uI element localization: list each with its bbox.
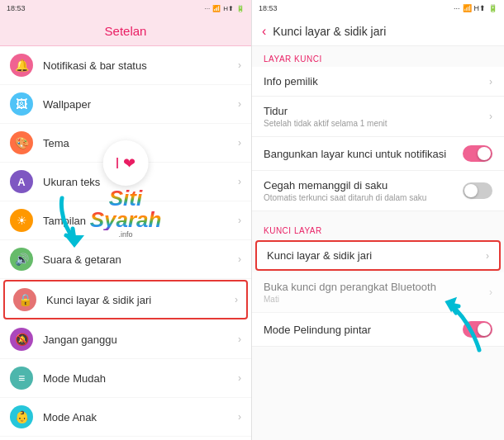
tidur-content: Tidur Setelah tidak aktif selama 1 menit [264, 105, 489, 128]
right-item-buka-bluetooth[interactable]: Buka kunci dgn perangkat Bluetooth Mati … [252, 272, 504, 313]
bangunkan-content: Bangunkan layar kunci untuk notifikasi [264, 148, 463, 160]
right-panel: 18:53 ··· 📶 H⬆ 🔋 ‹ Kunci layar & sidik j… [252, 0, 504, 440]
mode-pelindung-toggle-knob [478, 323, 491, 336]
wallpaper-chevron: › [238, 98, 241, 110]
cegah-toggle-knob [464, 184, 478, 197]
bangunkan-toggle[interactable] [463, 145, 492, 162]
section1-header: LAYAR KUNCI [252, 46, 504, 67]
buka-bluetooth-title: Buka kunci dgn perangkat Bluetooth [264, 281, 489, 293]
jangan-label: Jangan ganggu [43, 334, 238, 346]
kunci-label: Kunci layar & sidik jari [46, 294, 235, 306]
mode-pelindung-content: Mode Pelindung pintar [264, 324, 463, 336]
mode-pelindung-toggle[interactable] [463, 321, 492, 338]
tampilan-label: Tampilan [43, 215, 238, 227]
left-panel: 18:53 ··· 📶 H⬆ 🔋 Setelan 🔔 Notifikasi & … [0, 0, 252, 440]
right-item-tidur[interactable]: Tidur Setelah tidak aktif selama 1 menit… [252, 97, 504, 137]
wallpaper-label: Wallpaper [43, 98, 238, 111]
tidur-sub: Setelah tidak aktif selama 1 menit [264, 119, 489, 128]
left-status-time: 18:53 [7, 4, 26, 12]
jangan-icon: 🔕 [10, 328, 33, 351]
tampilan-chevron: › [238, 215, 241, 226]
left-header: Setelan [0, 17, 251, 46]
kunci-layar-content: Kunci layar & sidik jari [267, 249, 486, 262]
spacer1 [252, 211, 504, 218]
right-item-cegah[interactable]: Cegah memanggil di saku Otomatis terkunc… [252, 171, 504, 211]
buka-bluetooth-chevron: › [489, 286, 492, 298]
notifikasi-chevron: › [238, 59, 241, 71]
cegah-toggle[interactable] [463, 182, 492, 199]
left-status-icons: ··· 📶 H⬆ 🔋 [205, 5, 245, 12]
mode-anak-label: Mode Anak [43, 411, 238, 423]
tema-label: Tema [43, 137, 238, 149]
tidur-chevron: › [489, 111, 492, 122]
ukuran-label: Ukuran teks [43, 176, 238, 188]
mode-mudah-label: Mode Mudah [43, 372, 238, 385]
info-pemilik-chevron: › [489, 76, 492, 88]
right-item-info-pemilik[interactable]: Info pemilik › [252, 67, 504, 97]
suara-label: Suara & getaran [43, 253, 238, 266]
mode-anak-chevron: › [238, 411, 241, 423]
settings-item-suara[interactable]: 🔊 Suara & getaran › [0, 240, 251, 279]
ukuran-icon: A [10, 170, 33, 193]
mode-mudah-chevron: › [238, 372, 241, 384]
settings-item-kunci[interactable]: 🔒 Kunci layar & sidik jari › [3, 280, 248, 319]
wallpaper-icon: 🖼 [10, 92, 33, 116]
bangunkan-toggle-knob [478, 147, 491, 160]
buka-bluetooth-sub: Mati [264, 295, 489, 304]
notifikasi-icon: 🔔 [10, 54, 33, 77]
info-pemilik-content: Info pemilik [264, 75, 489, 88]
section2-header: KUNCI LAYAR [252, 218, 504, 239]
right-item-bangunkan[interactable]: Bangunkan layar kunci untuk notifikasi [252, 137, 504, 171]
info-pemilik-title: Info pemilik [264, 75, 489, 88]
kunci-chevron: › [235, 294, 238, 305]
right-item-mode-pelindung[interactable]: Mode Pelindung pintar [252, 313, 504, 347]
left-header-title: Setelan [105, 24, 147, 38]
ukuran-chevron: › [238, 176, 241, 187]
mode-mudah-icon: ≡ [10, 367, 33, 390]
buka-bluetooth-content: Buka kunci dgn perangkat Bluetooth Mati [264, 281, 489, 304]
kunci-layar-title: Kunci layar & sidik jari [267, 249, 486, 262]
suara-chevron: › [238, 253, 241, 265]
settings-item-wallpaper[interactable]: 🖼 Wallpaper › [0, 85, 251, 124]
kunci-icon: 🔒 [13, 288, 36, 311]
cegah-title: Cegah memanggil di saku [264, 179, 463, 192]
settings-item-jangan[interactable]: 🔕 Jangan ganggu › [0, 320, 251, 359]
settings-list: 🔔 Notifikasi & bar status › 🖼 Wallpaper … [0, 46, 251, 440]
settings-item-mode-anak[interactable]: 👶 Mode Anak › [0, 398, 251, 437]
settings-item-tambahan[interactable]: ⚙ Setelan tambahan › [0, 437, 251, 440]
tidur-title: Tidur [264, 105, 489, 117]
settings-item-tampilan[interactable]: ☀ Tampilan › [0, 201, 251, 240]
tampilan-icon: ☀ [10, 209, 33, 232]
tema-chevron: › [238, 137, 241, 149]
settings-item-notifikasi[interactable]: 🔔 Notifikasi & bar status › [0, 46, 251, 85]
back-arrow-icon[interactable]: ‹ [262, 24, 266, 39]
bangunkan-title: Bangunkan layar kunci untuk notifikasi [264, 148, 463, 160]
jangan-chevron: › [238, 334, 241, 345]
cegah-sub: Otomatis terkunci saat ditaruh di dalam … [264, 193, 463, 202]
settings-item-tema[interactable]: 🎨 Tema › [0, 124, 251, 163]
right-header-title: Kunci layar & sidik jari [273, 25, 386, 38]
mode-anak-icon: 👶 [10, 405, 33, 428]
right-status-icons: ··· 📶 H⬆ 🔋 [454, 4, 497, 12]
right-status-bar: 18:53 ··· 📶 H⬆ 🔋 [252, 0, 504, 17]
settings-item-ukuran[interactable]: A Ukuran teks › [0, 163, 251, 201]
cegah-content: Cegah memanggil di saku Otomatis terkunc… [264, 179, 463, 202]
left-status-bar: 18:53 ··· 📶 H⬆ 🔋 [0, 0, 251, 17]
right-status-time: 18:53 [259, 4, 278, 12]
suara-icon: 🔊 [10, 248, 33, 271]
right-header: ‹ Kunci layar & sidik jari [252, 17, 504, 46]
tema-icon: 🎨 [10, 131, 33, 154]
mode-pelindung-title: Mode Pelindung pintar [264, 324, 463, 336]
notifikasi-label: Notifikasi & bar status [43, 59, 238, 72]
settings-item-mode-mudah[interactable]: ≡ Mode Mudah › [0, 359, 251, 398]
right-item-kunci-layar[interactable]: Kunci layar & sidik jari › [255, 240, 501, 271]
kunci-layar-chevron: › [486, 250, 489, 262]
